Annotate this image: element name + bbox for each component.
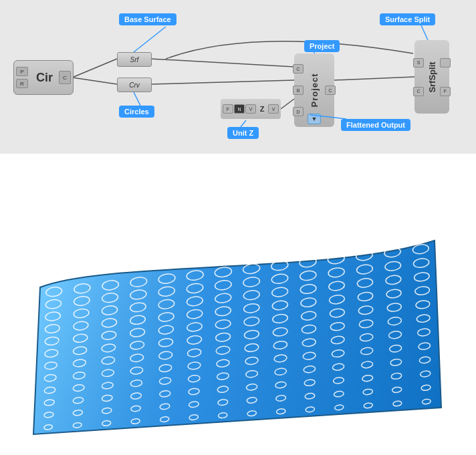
project-node[interactable]: C B D Project C ▼ [294,53,334,127]
unitz-left-ports: F N V [223,104,256,114]
svg-line-9 [421,25,428,40]
svg-line-0 [72,59,117,78]
project-port-d: D [293,107,304,116]
unitz-port-n: N [234,104,245,114]
srf-label: Srf [130,56,139,63]
base-surface-label: Base Surface [119,13,176,25]
cir-port-p: P [16,67,28,76]
srfsplit-label: SrfSplit [427,61,437,92]
project-left-ports: C B D [293,53,304,127]
svg-line-1 [150,59,294,67]
srfsplit-port-c: C [413,87,424,96]
srfsplit-left-ports: S C [413,40,424,114]
svg-line-7 [134,92,140,106]
cir-node[interactable]: P R Cir C [13,60,74,95]
cir-label: Cir [36,71,53,84]
flattened-output-label: Flattened Output [341,119,410,131]
unitz-port-f: F [223,104,233,114]
surface-split-label: Surface Split [380,13,435,25]
svg-line-3 [150,80,294,84]
srfsplit-port-f: F [440,87,451,96]
srf-node[interactable]: Srf [117,52,152,67]
3d-viewport [0,154,476,455]
srfsplit-node[interactable]: S C SrfSplit F [414,40,449,114]
project-port-c: C [293,64,304,73]
srfsplit-port-out1 [440,58,451,67]
svg-line-4 [281,99,294,109]
cir-left-ports: P R [14,64,30,91]
project-port-b: B [293,86,304,95]
svg-line-5 [334,77,414,80]
flatten-button[interactable]: ▼ [308,114,321,124]
project-label: Project [310,73,320,107]
project-bubble: Project [304,40,340,52]
svg-line-10 [241,120,246,127]
project-right-ports: C [325,53,336,127]
circles-label: Circles [119,106,154,118]
svg-line-6 [134,27,166,52]
cir-center: Cir [30,71,59,84]
surface-canvas [0,154,476,455]
unitz-port-out: V [268,104,279,114]
unitz-port-v: V [245,104,256,114]
srfsplit-port-s: S [413,58,424,67]
unitz-z-label: Z [256,105,268,113]
project-port-out-c: C [325,86,336,95]
crv-label: Crv [129,82,140,89]
srfsplit-right-ports: F [440,40,451,114]
cir-port-c: C [59,71,71,84]
unit-z-label: Unit Z [227,127,259,139]
node-diagram: P R Cir C Srf Crv Base Surface Circles P… [0,0,476,154]
unitz-node[interactable]: F N V Z V [221,99,281,119]
cir-port-r: R [16,79,28,88]
crv-node[interactable]: Crv [117,78,152,92]
svg-line-2 [72,78,117,84]
